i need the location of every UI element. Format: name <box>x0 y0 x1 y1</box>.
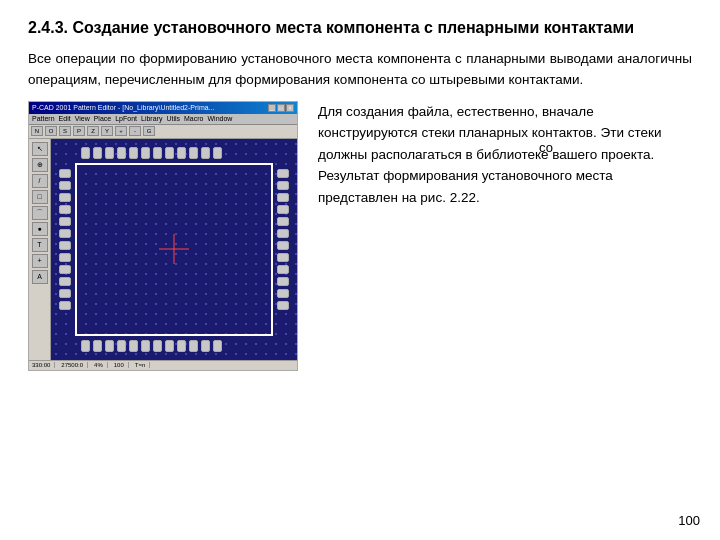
pad-t1 <box>81 147 90 159</box>
menu-view[interactable]: View <box>75 115 90 122</box>
pad-b9 <box>177 340 186 352</box>
page-number: 100 <box>678 513 700 528</box>
pad-b8 <box>165 340 174 352</box>
crosshair-vertical <box>174 234 175 264</box>
pad-l4 <box>59 205 71 214</box>
pad-l9 <box>59 265 71 274</box>
status-layer: T=n <box>135 362 151 368</box>
page: 2.4.3. Создание установочного места комп… <box>0 0 720 540</box>
pad-b4 <box>117 340 126 352</box>
co-detected-label: со <box>539 140 553 155</box>
pad-l6 <box>59 229 71 238</box>
pad-b12 <box>213 340 222 352</box>
window-controls: _ □ × <box>268 104 294 112</box>
pad-r2 <box>277 181 289 190</box>
toolbar-undo[interactable]: Z <box>87 126 99 136</box>
pad-r4 <box>277 205 289 214</box>
window-title: P-CAD 2001 Pattern Editor - [No_Library\… <box>32 104 214 111</box>
right-description: Для создания файла, естественно, вначале… <box>314 101 692 371</box>
tool-pad[interactable]: ● <box>32 222 48 236</box>
pad-b6 <box>141 340 150 352</box>
toolbar-grid[interactable]: G <box>143 126 155 136</box>
pads-top <box>81 147 222 159</box>
menu-bar: Pattern Edit View Place LpFont Library U… <box>29 114 297 125</box>
pad-t6 <box>141 147 150 159</box>
pad-t9 <box>177 147 186 159</box>
pad-r10 <box>277 277 289 286</box>
statusbar: 330:00 27500:0 4% 100 T=n <box>29 360 297 370</box>
pad-l11 <box>59 289 71 298</box>
status-x: 330:00 <box>32 362 55 368</box>
toolbar-zoom[interactable]: + <box>115 126 127 136</box>
pads-right <box>277 169 289 310</box>
section-title: 2.4.3. Создание установочного места комп… <box>28 18 692 39</box>
tool-add[interactable]: + <box>32 254 48 268</box>
tool-ref[interactable]: A <box>32 270 48 284</box>
pad-b7 <box>153 340 162 352</box>
tool-select[interactable]: ↖ <box>32 142 48 156</box>
pad-r9 <box>277 265 289 274</box>
pad-t2 <box>93 147 102 159</box>
pad-b11 <box>201 340 210 352</box>
toolbar-print[interactable]: P <box>73 126 85 136</box>
pad-l1 <box>59 169 71 178</box>
pad-t12 <box>213 147 222 159</box>
pad-r12 <box>277 301 289 310</box>
pad-t3 <box>105 147 114 159</box>
status-zoom: 4% <box>94 362 108 368</box>
software-screenshot: P-CAD 2001 Pattern Editor - [No_Library\… <box>28 101 298 371</box>
pad-t4 <box>117 147 126 159</box>
menu-place[interactable]: Place <box>94 115 112 122</box>
pad-b2 <box>93 340 102 352</box>
pad-b5 <box>129 340 138 352</box>
menu-window[interactable]: Window <box>207 115 232 122</box>
minimize-button[interactable]: _ <box>268 104 276 112</box>
menu-library[interactable]: Library <box>141 115 162 122</box>
menu-utils[interactable]: Utils <box>166 115 180 122</box>
menu-lpfont[interactable]: LpFont <box>115 115 137 122</box>
canvas[interactable] <box>51 139 297 360</box>
menu-pattern[interactable]: Pattern <box>32 115 55 122</box>
status-grid: 100 <box>114 362 129 368</box>
tool-zoom[interactable]: ⊕ <box>32 158 48 172</box>
pad-l7 <box>59 241 71 250</box>
pad-b10 <box>189 340 198 352</box>
pad-l5 <box>59 217 71 226</box>
status-y: 27500:0 <box>61 362 88 368</box>
pad-r6 <box>277 229 289 238</box>
toolbar: N O S P Z Y + - G <box>29 125 297 139</box>
pad-r3 <box>277 193 289 202</box>
toolbar-save[interactable]: S <box>59 126 71 136</box>
pad-t5 <box>129 147 138 159</box>
toolbar-open[interactable]: O <box>45 126 57 136</box>
pads-bottom <box>81 340 222 352</box>
window-titlebar: P-CAD 2001 Pattern Editor - [No_Library\… <box>29 102 297 114</box>
toolbar-zoomout[interactable]: - <box>129 126 141 136</box>
pad-r1 <box>277 169 289 178</box>
pad-l8 <box>59 253 71 262</box>
tool-line[interactable]: / <box>32 174 48 188</box>
toolbar-new[interactable]: N <box>31 126 43 136</box>
menu-edit[interactable]: Edit <box>59 115 71 122</box>
pad-b3 <box>105 340 114 352</box>
maximize-button[interactable]: □ <box>277 104 285 112</box>
menu-macro[interactable]: Macro <box>184 115 203 122</box>
tool-text[interactable]: T <box>32 238 48 252</box>
tool-arc[interactable]: ⌒ <box>32 206 48 220</box>
pad-b1 <box>81 340 90 352</box>
pad-t11 <box>201 147 210 159</box>
pads-left <box>59 169 71 310</box>
pad-l3 <box>59 193 71 202</box>
body-paragraph: Все операции по формированию установочно… <box>28 49 692 91</box>
toolbar-redo[interactable]: Y <box>101 126 113 136</box>
pad-r11 <box>277 289 289 298</box>
left-tool-panel: ↖ ⊕ / □ ⌒ ● T + A <box>29 139 51 360</box>
pad-t7 <box>153 147 162 159</box>
pad-t8 <box>165 147 174 159</box>
pad-r7 <box>277 241 289 250</box>
pad-l2 <box>59 181 71 190</box>
close-button[interactable]: × <box>286 104 294 112</box>
tool-rect[interactable]: □ <box>32 190 48 204</box>
main-area: ↖ ⊕ / □ ⌒ ● T + A <box>29 139 297 360</box>
pad-l12 <box>59 301 71 310</box>
